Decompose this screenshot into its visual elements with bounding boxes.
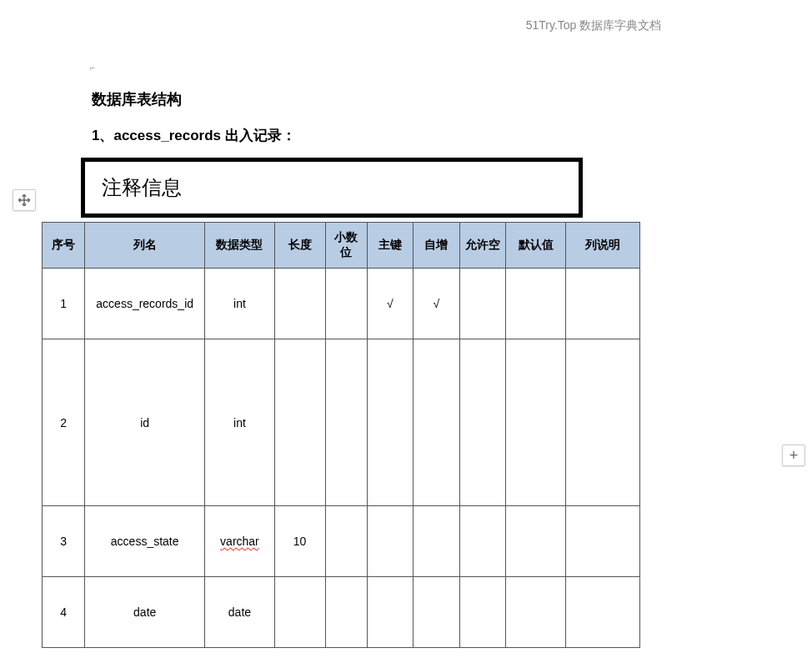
cell-pk: √: [367, 269, 413, 339]
move-icon: [17, 193, 32, 208]
th-ai: 自增: [414, 223, 459, 269]
th-len: 长度: [274, 223, 325, 269]
table-header-row: 序号 列名 数据类型 长度 小数位 主键 自增 允许空 默认值 列说明: [43, 223, 640, 269]
cell-dec: [325, 339, 367, 506]
cell-default: [505, 269, 565, 339]
page-header: 51Try.Top 数据库字典文档: [0, 0, 812, 33]
th-seq: 序号: [43, 223, 85, 269]
cell-nullable: [459, 339, 505, 506]
cell-desc: [566, 269, 640, 339]
cell-pk: [367, 339, 413, 506]
cell-desc: [566, 577, 640, 648]
cell-dec: [325, 269, 367, 339]
cell-ai: √: [414, 269, 459, 339]
th-pk: 主键: [367, 223, 413, 269]
table-row: 2 id int: [43, 339, 640, 506]
cell-seq: 3: [43, 506, 85, 577]
cell-ai: [414, 577, 459, 648]
cell-pk: [367, 506, 413, 577]
cell-ai: [414, 339, 459, 506]
th-dec: 小数位: [325, 223, 367, 269]
table-row: 4 date date: [43, 577, 640, 648]
cell-dec: [325, 577, 367, 648]
cell-default: [505, 506, 565, 577]
cell-len: 10: [274, 506, 325, 577]
comment-box[interactable]: 注释信息: [81, 158, 583, 218]
cell-dec: [325, 506, 367, 577]
cell-seq: 2: [43, 339, 85, 506]
move-handle[interactable]: [13, 189, 36, 211]
cell-len: [274, 339, 325, 506]
add-button[interactable]: +: [782, 445, 805, 466]
cell-name: id: [85, 339, 205, 506]
cell-type: date: [205, 577, 274, 648]
cell-desc: [566, 506, 640, 577]
plus-icon: +: [789, 447, 799, 465]
cell-len: [274, 577, 325, 648]
cell-nullable: [459, 506, 505, 577]
cell-nullable: [459, 577, 505, 648]
cell-nullable: [459, 269, 505, 339]
cell-type: varchar: [205, 506, 274, 577]
th-type: 数据类型: [205, 223, 274, 269]
cell-name: date: [85, 577, 205, 648]
page-title: 数据库表结构: [83, 89, 787, 109]
cell-default: [505, 339, 565, 506]
table-row: 3 access_state varchar 10: [43, 506, 640, 577]
cell-default: [505, 577, 565, 648]
cell-name: access_state: [85, 506, 205, 577]
th-desc: 列说明: [566, 223, 640, 269]
cell-ai: [414, 506, 459, 577]
th-default: 默认值: [505, 223, 565, 269]
section-divider: ⌐: [90, 63, 787, 73]
cell-name: access_records_id: [85, 269, 205, 339]
cell-seq: 4: [43, 577, 85, 648]
cell-type: int: [205, 269, 274, 339]
cell-seq: 1: [43, 269, 85, 339]
th-name: 列名: [85, 223, 205, 269]
cell-desc: [566, 339, 640, 506]
schema-table: 序号 列名 数据类型 长度 小数位 主键 自增 允许空 默认值 列说明 1 ac…: [42, 222, 640, 648]
cell-pk: [367, 577, 413, 648]
subtitle: 1、access_records 出入记录：: [83, 126, 787, 145]
cell-type: int: [205, 339, 274, 506]
table-row: 1 access_records_id int √ √: [43, 269, 640, 339]
th-nullable: 允许空: [459, 223, 505, 269]
cell-len: [274, 269, 325, 339]
